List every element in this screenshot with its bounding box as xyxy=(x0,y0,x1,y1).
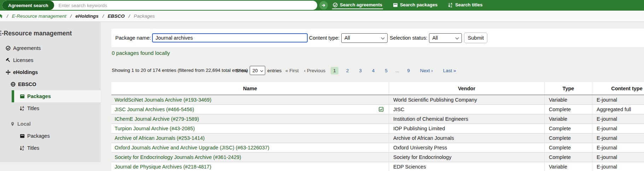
breadcrumb-separator: / xyxy=(70,13,72,19)
sidebar-item-local-titles[interactable]: AZ Titles xyxy=(0,142,101,154)
table-body: WorldSciNet Journals Archive (#193-3469)… xyxy=(111,95,644,171)
selection-status-label: Selection status: xyxy=(390,35,427,41)
pagination-page-1[interactable]: 1 xyxy=(331,67,338,74)
pagination: « First ‹ Previous 1 2 3 4 5 ... 9 Next … xyxy=(285,66,458,75)
table-header-row: Name Vendor Type Content type xyxy=(111,82,644,95)
package-name-label: Package name: xyxy=(115,35,151,41)
column-header-type[interactable]: Type xyxy=(545,82,592,95)
svg-text:Z: Z xyxy=(22,148,24,150)
vendor-cell: Institution of Chemical Engineers xyxy=(389,114,545,124)
type-cell: Variable xyxy=(545,95,592,104)
package-link[interactable]: Turpion Journal Archive (#43-2085) xyxy=(115,124,195,133)
package-link[interactable]: IChemE Journal Archive (#279-1589) xyxy=(115,114,199,124)
pagination-first[interactable]: « First xyxy=(285,68,299,73)
search-scope-pill[interactable]: Agreement search xyxy=(2,1,54,10)
sidebar-item-ebsco-titles[interactable]: AZ Titles xyxy=(0,102,101,114)
show-label: Show xyxy=(236,68,248,73)
package-link[interactable]: JISC Journal Archives (#466-5456) xyxy=(115,105,194,114)
sort-alpha-icon: AZ xyxy=(20,146,25,150)
table-row: IChemE Journal Archive (#279-1589) Insti… xyxy=(111,114,644,124)
package-link[interactable]: Journal de Physique Archives (#218-4817) xyxy=(115,162,211,171)
package-link[interactable]: WorldSciNet Journals Archive (#193-3469) xyxy=(115,95,211,104)
sidebar-item-licenses[interactable]: Licenses xyxy=(0,54,101,66)
sidebar-item-eholdings[interactable]: eHoldings xyxy=(0,66,101,78)
pagination-next[interactable]: Next › xyxy=(418,67,435,74)
page-length-select[interactable]: 20 xyxy=(250,66,265,75)
table-row: Society for Endocrinology Journals Archi… xyxy=(111,153,644,162)
sort-alpha-icon: AZ xyxy=(448,2,453,7)
type-cell: Variable xyxy=(545,162,592,171)
pagination-page-3[interactable]: 3 xyxy=(356,67,364,74)
pagination-page-9[interactable]: 9 xyxy=(405,67,412,74)
vendor-cell: Oxford University Press xyxy=(389,143,545,152)
vendor-cell: JISC xyxy=(389,105,545,114)
content-type-label: Content type: xyxy=(309,35,340,41)
content-type-select[interactable]: All xyxy=(341,33,388,43)
svg-text:A: A xyxy=(22,106,24,108)
home-icon[interactable] xyxy=(0,14,3,18)
breadcrumb-packages: Packages xyxy=(134,13,155,19)
search-input[interactable] xyxy=(54,1,317,10)
vendor-cell: IOP Publishing Limited xyxy=(389,124,545,133)
sidebar-item-agreements[interactable]: Agreements xyxy=(0,42,101,54)
package-icon xyxy=(20,133,25,138)
search-submit-button[interactable] xyxy=(319,1,328,10)
submit-button[interactable]: Submit xyxy=(464,33,487,43)
pagination-page-4[interactable]: 4 xyxy=(370,67,377,74)
pagination-page-5[interactable]: 5 xyxy=(382,67,390,74)
pagination-page-2[interactable]: 2 xyxy=(344,67,352,74)
breadcrumb-separator: / xyxy=(103,13,104,19)
agreement-search-shell: Agreement search xyxy=(2,1,317,10)
sidebar: E-Resource management Agreements License… xyxy=(0,22,101,162)
type-cell: Variable xyxy=(545,114,592,124)
nav-search-agreements[interactable]: Search agreements xyxy=(332,1,383,9)
content-type-cell: E-journal xyxy=(592,124,644,133)
type-cell: Complete xyxy=(545,133,592,143)
nav-search-packages[interactable]: Search packages xyxy=(392,1,438,9)
package-name-input[interactable] xyxy=(152,33,308,42)
content-type-cell: Aggregated full xyxy=(592,105,644,114)
breadcrumb-separator: / xyxy=(128,13,130,19)
column-header-name[interactable]: Name xyxy=(111,82,389,95)
type-cell: Complete xyxy=(545,105,592,114)
pagination-last[interactable]: Last » xyxy=(441,67,459,74)
package-link[interactable]: Oxford Journals Archive and Archive Upgr… xyxy=(115,143,269,152)
type-cell: Complete xyxy=(545,153,592,162)
content-type-cell: E-journal xyxy=(592,114,644,124)
sidebar-item-local[interactable]: Local xyxy=(0,118,101,130)
sidebar-item-ebsco-packages[interactable]: Packages xyxy=(12,90,101,102)
pagination-ellipsis: ... xyxy=(395,68,399,73)
showing-entries-text: Showing 1 to 20 of 174 entries (filtered… xyxy=(112,68,248,73)
page-length-select-wrap: 20 xyxy=(250,66,265,75)
column-header-vendor[interactable]: Vendor xyxy=(389,82,545,95)
selected-check-icon xyxy=(379,107,384,112)
nav-search-titles[interactable]: AZ Search titles xyxy=(447,1,483,9)
table-row: Turpion Journal Archive (#43-2085) IOP P… xyxy=(111,124,644,133)
selection-status-select-wrap: All xyxy=(429,33,462,43)
breadcrumb-eholdings[interactable]: eHoldings xyxy=(75,13,98,19)
breadcrumb-ebsco[interactable]: EBSCO xyxy=(108,13,124,19)
content-type-cell: E-journal xyxy=(592,95,644,104)
sidebar-item-ebsco[interactable]: EBSCO xyxy=(0,78,101,90)
type-cell: Complete xyxy=(545,124,592,133)
content-type-cell: E-journal xyxy=(592,162,644,171)
breadcrumb-erm[interactable]: E-Resource management xyxy=(12,13,66,19)
package-icon xyxy=(20,94,25,99)
column-header-content-type[interactable]: Content type xyxy=(592,82,644,95)
top-search-bar: Agreement search Search agreements Searc… xyxy=(0,0,644,11)
package-link[interactable]: Archive of African Journals (#253-1414) xyxy=(115,133,205,143)
pagination-previous[interactable]: ‹ Previous xyxy=(304,68,326,73)
table-row: Archive of African Journals (#253-1414) … xyxy=(111,133,644,143)
vendor-cell: Archive of African Journals xyxy=(389,133,545,143)
content-type-cell: E-journal xyxy=(592,143,644,152)
selection-status-select[interactable]: All xyxy=(429,33,462,43)
breadcrumb-separator: / xyxy=(7,13,8,19)
package-link[interactable]: Society for Endocrinology Journals Archi… xyxy=(115,153,241,162)
pin-icon xyxy=(10,122,15,126)
vendor-cell: EDP Sciences xyxy=(389,162,545,171)
vendor-cell: Society for Endocrinology xyxy=(389,153,545,162)
top-nav: Search agreements Search packages AZ Sea… xyxy=(332,0,483,11)
content-type-select-wrap: All xyxy=(341,33,388,43)
sidebar-item-local-packages[interactable]: Packages xyxy=(0,130,101,142)
svg-text:A: A xyxy=(22,146,24,148)
